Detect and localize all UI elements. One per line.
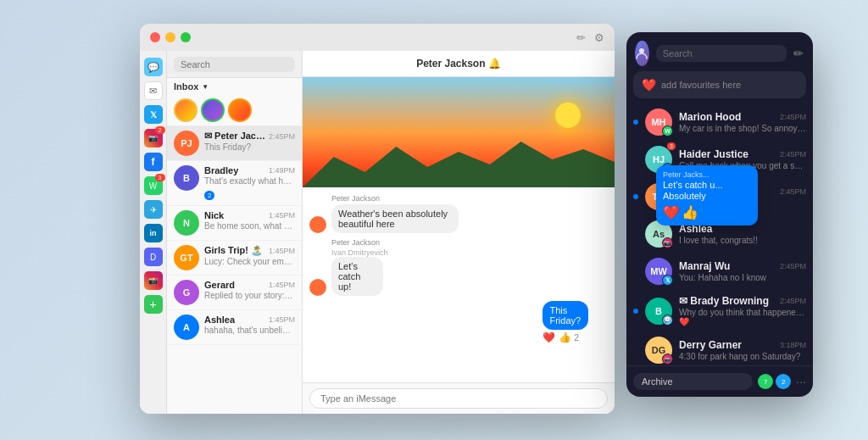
- sidebar-icon-discord[interactable]: D: [144, 248, 163, 266]
- rp-preview-marion: My car is in the shop! So annoying: [679, 124, 806, 133]
- platform-badge-marion: W: [662, 125, 673, 136]
- sidebar-icon-linkedin[interactable]: in: [144, 224, 163, 242]
- compose-icon[interactable]: ✏: [576, 31, 586, 44]
- sidebar-icon-twitter[interactable]: 𝕏: [144, 105, 163, 124]
- rp-item-brady[interactable]: B 💬 ✉ Brady Browning 2:45PM Why do you t…: [626, 290, 813, 331]
- chat-header: Peter Jackson 🔔: [303, 51, 615, 77]
- conv-content-gerard: Gerard 1:45PM Replied to your story: omg…: [204, 280, 295, 300]
- conv-header-bradley: Bradley 1:49PM: [204, 165, 295, 175]
- close-button[interactable]: [150, 32, 160, 42]
- rp-favourites[interactable]: ❤️ add favourites here: [633, 71, 806, 98]
- rp-user-avatar[interactable]: [635, 41, 649, 66]
- rp-time-trixie: 2:45PM: [780, 187, 806, 196]
- conv-avatar-peter: PJ: [174, 131, 199, 156]
- main-app-window: ✏ ⚙ 💬 ✉ 𝕏 📷 2 f W 3 ✈ in D 📸 +: [140, 24, 615, 414]
- popup-sender: Peter Jacks...: [663, 170, 751, 179]
- sidebar-icon-messages[interactable]: 💬: [144, 58, 163, 76]
- conv-avatar-nick: N: [174, 210, 199, 236]
- rp-name-row-brady: ✉ Brady Browning 2:45PM: [679, 295, 806, 307]
- msg-subsender: Ivan Dmitryevich: [331, 248, 405, 257]
- msg-avatar-peter2: [309, 279, 326, 296]
- inbox-label: Inbox: [174, 81, 198, 92]
- archive-badges: 7 2: [758, 374, 791, 389]
- conv-content-peter: ✉ Peter Jackson 2:45PM This Friday?: [204, 131, 295, 152]
- conv-header-gerard: Gerard 1:45PM: [204, 280, 295, 290]
- sidebar-icon-mail[interactable]: ✉: [144, 81, 163, 100]
- conv-time-girls-trip: 1:45PM: [269, 247, 295, 255]
- chat-messages: Peter Jackson Weather's been absolutely …: [303, 77, 615, 382]
- traffic-lights: [150, 32, 191, 42]
- rp-compose-icon[interactable]: ✏: [793, 43, 804, 64]
- rp-item-derry[interactable]: DG 📷 Derry Garner 3:18PM 4:30 for park h…: [626, 331, 813, 365]
- rp-content-brady: ✉ Brady Browning 2:45PM Why do you think…: [679, 295, 806, 326]
- sidebar-icon-instagram2[interactable]: 📸: [144, 271, 163, 290]
- chat-image-sunset: [303, 77, 615, 187]
- conv-time-ashlea: 1:45PM: [269, 315, 295, 324]
- sidebar-icons: 💬 ✉ 𝕏 📷 2 f W 3 ✈ in D 📸 +: [140, 51, 167, 414]
- archive-button[interactable]: Archive: [633, 373, 753, 390]
- rp-preview-ashlea-right: I love that, congrats!!: [679, 236, 806, 245]
- story-avatar-2[interactable]: [201, 98, 225, 122]
- conv-header-girls-trip: Girls Trip! 🏝️ 1:45PM: [204, 245, 295, 256]
- msg-sender-peter: Peter Jackson: [331, 194, 514, 203]
- conv-item-peter-jackson[interactable]: PJ ✉ Peter Jackson 2:45PM This Friday?: [167, 126, 302, 161]
- conv-item-ashlea[interactable]: A Ashlea 1:45PM hahaha, that's unbelieva…: [167, 310, 302, 345]
- chat-window: Peter Jackson 🔔: [303, 51, 615, 414]
- unread-dot-ashlea: [633, 231, 638, 237]
- conversation-list: PJ ✉ Peter Jackson 2:45PM This Friday? B: [167, 126, 302, 414]
- minimize-button[interactable]: [165, 32, 175, 42]
- conv-content-bradley: Bradley 1:49PM That's exactly what happe…: [204, 165, 295, 201]
- rp-search-input[interactable]: [656, 45, 787, 62]
- settings-icon[interactable]: ⚙: [594, 31, 604, 44]
- platform-badge-ashlea: 📷: [662, 237, 673, 248]
- conv-name-girls-trip: Girls Trip! 🏝️: [204, 245, 263, 256]
- chat-input[interactable]: [309, 388, 608, 409]
- more-options-icon[interactable]: ···: [796, 375, 806, 388]
- rp-avatar-marion: MH W: [645, 109, 672, 136]
- story-avatar-3[interactable]: [228, 98, 252, 122]
- archive-badge-wa: 7: [758, 374, 773, 389]
- conv-time-nick: 1:45PM: [269, 211, 295, 220]
- rp-header: ✏: [626, 32, 813, 71]
- conv-header-ashlea: Ashlea 1:45PM: [204, 315, 295, 325]
- rp-contact-list: MH W Marion Hood 2:45PM My car is in the…: [626, 103, 813, 365]
- sidebar-icon-facebook[interactable]: f: [144, 153, 163, 171]
- rp-time-haider: 2:45PM: [780, 150, 806, 159]
- conv-item-bradley[interactable]: B Bradley 1:49PM That's exactly what hap…: [167, 161, 302, 206]
- conv-name-bradley: Bradley: [204, 165, 238, 175]
- rp-name-manraj: Manraj Wu: [679, 260, 730, 272]
- rp-avatar-derry: DG 📷: [645, 337, 672, 364]
- rp-item-marion[interactable]: MH W Marion Hood 2:45PM My car is in the…: [626, 103, 813, 141]
- title-bar: ✏ ⚙: [140, 24, 615, 51]
- story-avatar-1[interactable]: [174, 98, 198, 122]
- rp-preview-derry: 4:30 for park hang on Saturday?: [679, 352, 806, 361]
- fullscreen-button[interactable]: [181, 32, 191, 42]
- conv-item-gerard[interactable]: G Gerard 1:45PM Replied to your story: o…: [167, 276, 302, 310]
- rp-name-brady: ✉ Brady Browning: [679, 295, 769, 307]
- rp-time-brady: 2:45PM: [780, 297, 806, 305]
- unread-dot-haider: [633, 157, 638, 162]
- conv-content-girls-trip: Girls Trip! 🏝️ 1:45PM Lucy: Check your e…: [204, 245, 295, 266]
- platform-badge-brady: 💬: [662, 315, 673, 326]
- conv-badge-bradley: 2: [204, 191, 214, 200]
- sidebar-icon-add[interactable]: +: [144, 295, 163, 314]
- bubble-friday: This Friday?: [542, 301, 588, 330]
- conv-item-girls-trip[interactable]: GT Girls Trip! 🏝️ 1:45PM Lucy: Check you…: [167, 241, 302, 276]
- conv-preview-nick: Be home soon, what should we have for di…: [204, 221, 295, 231]
- conv-preview-bradley: That's exactly what happened 😂: [204, 176, 295, 186]
- rp-avatar-manraj: MW 𝕏: [645, 258, 672, 285]
- search-input[interactable]: [174, 57, 295, 72]
- rp-name-derry: Derry Garner: [679, 339, 742, 351]
- sidebar-icon-whatsapp[interactable]: W 3: [144, 176, 163, 195]
- platform-badge-manraj: 𝕏: [662, 275, 673, 286]
- title-bar-icons: ✏ ⚙: [576, 31, 604, 44]
- app-body: 💬 ✉ 𝕏 📷 2 f W 3 ✈ in D 📸 +: [140, 51, 615, 414]
- rp-item-manraj[interactable]: MW 𝕏 Manraj Wu 2:45PM You: Hahaha no I k…: [626, 253, 813, 290]
- conv-item-nick[interactable]: N Nick 1:45PM Be home soon, what should …: [167, 206, 302, 241]
- conv-preview-gerard: Replied to your story: omg that looks in…: [204, 291, 295, 300]
- msg-received-weather: Peter Jackson Weather's been absolutely …: [309, 194, 608, 233]
- sidebar-icon-telegram[interactable]: ✈: [144, 200, 163, 219]
- rp-footer: Archive 7 2 ···: [626, 365, 813, 397]
- sidebar-icon-instagram[interactable]: 📷 2: [144, 129, 163, 148]
- svg-point-0: [639, 48, 644, 53]
